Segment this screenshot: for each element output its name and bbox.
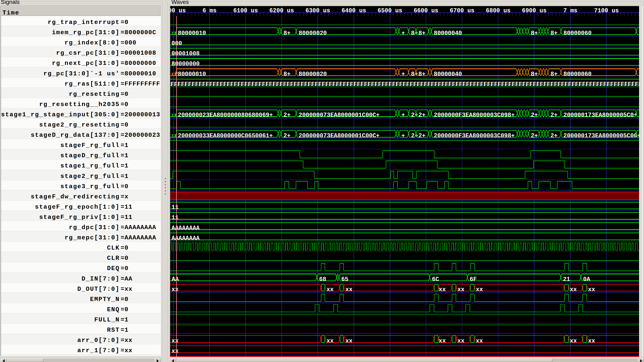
svg-text:Signals: Signals [1,0,20,5]
svg-text:Waves: Waves [172,0,189,5]
